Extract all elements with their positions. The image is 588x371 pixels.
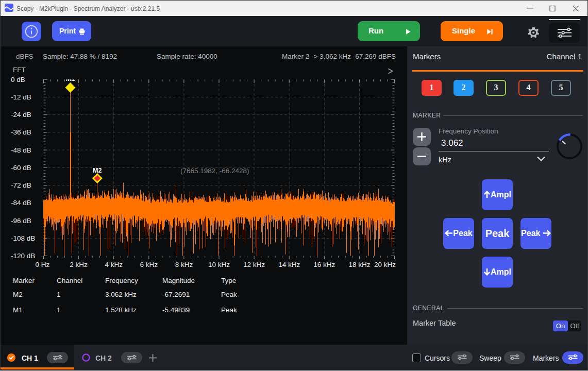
svg-text:-72 dB: -72 dB — [11, 181, 31, 189]
svg-text:0 dB: 0 dB — [11, 76, 25, 83]
svg-text:Peak: Peak — [221, 306, 237, 314]
svg-text:4 kHz: 4 kHz — [105, 261, 123, 268]
svg-text:1: 1 — [57, 306, 61, 314]
svg-text:Peak: Peak — [221, 291, 237, 298]
svg-text:-96 dB: -96 dB — [11, 217, 31, 225]
svg-text:M2: M2 — [93, 167, 102, 174]
svg-text:3.062 kHz: 3.062 kHz — [105, 291, 137, 298]
svg-text:dBFS: dBFS — [16, 53, 33, 60]
svg-text:12 kHz: 12 kHz — [243, 261, 265, 268]
svg-text:16 kHz: 16 kHz — [313, 261, 335, 268]
svg-text:-12 dB: -12 dB — [11, 93, 31, 101]
svg-text:M1: M1 — [13, 306, 23, 314]
svg-text:FFT: FFT — [13, 66, 26, 74]
svg-text:20 kHz: 20 kHz — [374, 261, 396, 268]
svg-text:Type: Type — [221, 277, 236, 284]
svg-text:2 kHz: 2 kHz — [70, 261, 88, 268]
svg-text:14 kHz: 14 kHz — [278, 261, 300, 268]
svg-text:-36 dB: -36 dB — [11, 128, 31, 136]
svg-text:-84 dB: -84 dB — [11, 199, 31, 207]
svg-text:10 kHz: 10 kHz — [208, 261, 230, 268]
svg-text:Sample rate: 40000: Sample rate: 40000 — [157, 53, 217, 60]
svg-text:-48 dB: -48 dB — [11, 146, 31, 154]
svg-text:-108 dB: -108 dB — [11, 234, 35, 242]
svg-text:-60 dB: -60 dB — [11, 164, 31, 172]
svg-text:M1: M1 — [66, 75, 75, 82]
svg-text:Channel: Channel — [57, 277, 82, 284]
svg-text:1.528 kHz: 1.528 kHz — [105, 306, 137, 314]
svg-text:Frequency: Frequency — [105, 277, 138, 284]
svg-text:0 Hz: 0 Hz — [36, 261, 50, 268]
svg-text:-120 dB: -120 dB — [11, 252, 35, 260]
svg-text:(7665.1982, -66.2428): (7665.1982, -66.2428) — [180, 167, 249, 175]
svg-text:-67.2691: -67.2691 — [162, 291, 190, 298]
svg-text:Magnitude: Magnitude — [162, 277, 195, 284]
svg-text:M2: M2 — [13, 291, 23, 298]
svg-text:6 kHz: 6 kHz — [140, 261, 158, 268]
svg-text:Marker: Marker — [13, 277, 35, 284]
svg-text:-5.49839: -5.49839 — [162, 306, 190, 314]
svg-text:-24 dB: -24 dB — [11, 111, 31, 119]
svg-text:Sample: 47.88 % / 8192: Sample: 47.88 % / 8192 — [43, 53, 117, 60]
svg-text:1: 1 — [57, 291, 61, 298]
svg-text:18 kHz: 18 kHz — [348, 261, 370, 268]
svg-text:8 kHz: 8 kHz — [175, 261, 193, 268]
svg-text:Marker 2 -> 3.062 kHz -67.269: Marker 2 -> 3.062 kHz -67.269 dBFS — [282, 53, 396, 60]
